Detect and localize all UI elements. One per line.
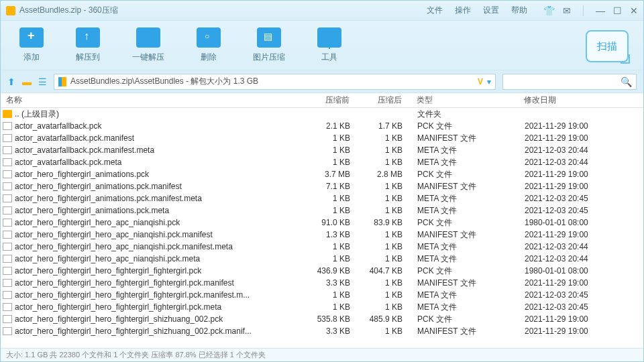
file-type: META 文件 [411,157,518,168]
toolbar-tools[interactable]: 工具 [317,27,341,63]
file-row[interactable]: actor_hero_fightergirl_hero_fightergirl_… [1,325,643,337]
file-type: META 文件 [411,253,518,265]
file-icon [3,182,12,190]
menu-file[interactable]: 文件 [427,5,443,16]
file-icon [3,291,12,299]
col-pre[interactable]: 压缩前 [304,95,358,106]
menu-operate[interactable]: 操作 [455,5,471,16]
file-icon [3,158,12,166]
file-icon [3,279,12,287]
toolbar-onekey-extract[interactable]: 一键解压 [132,27,164,63]
size-post: 1 KB [358,326,411,336]
app-icon [6,6,15,15]
file-row[interactable]: actor_hero_fightergirl_hero_apc_nianqish… [1,217,643,229]
nav-list-icon[interactable]: ☰ [38,76,47,87]
size-post: 1 KB [358,254,411,263]
file-row[interactable]: actor_hero_fightergirl_hero_apc_nianqish… [1,253,643,265]
size-pre: 1 KB [305,242,358,251]
col-post[interactable]: 压缩后 [358,95,410,106]
file-date: 2021-12-03 20:45 [518,302,625,312]
nav-collapse-icon[interactable]: ▬ [22,76,32,87]
toolbar-add[interactable]: 添加 [19,27,44,63]
search-icon[interactable]: 🔍 [621,76,632,87]
toolbar-image-compress[interactable]: 图片压缩 [253,27,285,63]
col-date[interactable]: 修改日期 [517,95,625,106]
status-bar: 大小: 1.1 GB 共 22380 个文件和 1 个文件夹 压缩率 87.8%… [1,348,643,361]
file-rows: .. (上级目录)文件夹actor_avatarfallback.pck2.1 … [1,108,643,348]
scan-button[interactable]: 扫描 [586,30,629,62]
onekey-icon [136,27,160,48]
file-type: META 文件 [411,205,518,217]
file-row[interactable]: actor_avatarfallback.pck2.1 KB1.7 KBPCK … [1,120,643,132]
file-name: actor_avatarfallback.pck [15,121,305,131]
file-icon [3,231,12,239]
file-row[interactable]: actor_hero_fightergirl_hero_apc_nianqish… [1,241,643,253]
file-type: META 文件 [411,290,518,301]
file-icon [3,194,12,202]
toolbar-delete[interactable]: 删除 [197,27,221,63]
menu-settings[interactable]: 设置 [483,5,499,16]
file-type: META 文件 [411,193,518,204]
size-pre: 1 KB [305,133,358,143]
size-post: 1 KB [358,278,411,288]
nav-up-icon[interactable]: ⬆ [7,76,15,87]
file-row[interactable]: actor_hero_fightergirl_animations.pck3.7… [1,168,643,180]
path-input[interactable]: AssetBundles.zip\AssetBundles - 解包大小为 1.… [54,74,496,90]
col-name[interactable]: 名称 [1,95,304,106]
file-row[interactable]: actor_avatarfallback.pck.manifest.meta1 … [1,144,643,156]
size-post: 83.9 KB [358,218,411,227]
file-row[interactable]: actor_hero_fightergirl_hero_fightergirl_… [1,301,643,313]
menu-bar: 文件 操作 设置 帮助 [427,5,527,16]
file-name: actor_hero_fightergirl_hero_fightergirl_… [15,290,305,300]
file-row[interactable]: actor_hero_fightergirl_animations.pck.ma… [1,180,643,192]
window-controls: 👕 ✉ — ☐ ✕ [543,5,638,16]
file-date: 2021-12-03 20:45 [518,206,625,215]
size-pre: 535.8 KB [305,314,358,324]
file-date: 2021-11-29 19:00 [518,278,625,288]
size-pre: 1 KB [305,290,358,300]
file-name: actor_hero_fightergirl_hero_fightergirl_… [15,266,305,276]
file-type: META 文件 [411,302,518,313]
file-date: 2021-11-29 19:00 [518,326,625,336]
parent-dir-row[interactable]: .. (上级目录)文件夹 [1,108,643,120]
file-date: 2021-11-29 19:00 [518,230,625,239]
file-name: actor_hero_fightergirl_hero_fightergirl_… [15,278,305,288]
file-name: actor_hero_fightergirl_hero_fightergirl_… [15,302,305,312]
file-row[interactable]: actor_avatarfallback.pck.manifest1 KB1 K… [1,132,643,144]
file-row[interactable]: actor_hero_fightergirl_hero_fightergirl_… [1,265,643,277]
path-dropdown-icon[interactable]: ▾ [487,77,491,86]
file-row[interactable]: actor_hero_fightergirl_hero_fightergirl_… [1,289,643,301]
file-row[interactable]: actor_avatarfallback.pck.meta1 KB1 KBMET… [1,156,643,168]
file-date: 1980-01-01 08:00 [518,218,625,227]
file-type: 文件夹 [411,109,518,120]
file-name: actor_avatarfallback.pck.manifest.meta [15,145,305,155]
search-box[interactable]: 🔍 [502,74,637,90]
size-pre: 1.3 KB [305,230,358,239]
file-icon [3,303,12,311]
skin-icon[interactable]: 👕 [543,5,555,16]
column-headers: 名称 压缩前 压缩后 类型 修改日期 [1,93,643,108]
minimize-button[interactable]: — [596,5,605,16]
size-pre: 2.1 KB [305,121,358,131]
path-v-icon[interactable]: V [478,77,483,86]
file-row[interactable]: actor_hero_fightergirl_hero_apc_nianqish… [1,229,643,241]
size-post: 1 KB [358,230,411,239]
col-type[interactable]: 类型 [410,95,517,106]
status-text: 大小: 1.1 GB 共 22380 个文件和 1 个文件夹 压缩率 87.8%… [6,350,266,360]
close-button[interactable]: ✕ [630,5,638,16]
feedback-icon[interactable]: ✉ [563,5,571,16]
file-row[interactable]: actor_hero_fightergirl_animations.pck.ma… [1,192,643,204]
size-pre: 3.3 KB [305,278,358,288]
maximize-button[interactable]: ☐ [613,5,622,16]
file-type: META 文件 [411,241,518,253]
file-row[interactable]: actor_hero_fightergirl_hero_fightergirl_… [1,277,643,289]
path-text: AssetBundles.zip\AssetBundles - 解包大小为 1.… [70,76,258,87]
toolbar-extract-to[interactable]: 解压到 [76,27,100,63]
file-row[interactable]: actor_hero_fightergirl_hero_fightergirl_… [1,313,643,325]
menu-help[interactable]: 帮助 [511,5,527,16]
size-post: 1 KB [358,182,411,191]
file-type: MANIFEST 文件 [411,326,518,337]
size-post: 404.7 KB [358,266,411,276]
file-row[interactable]: actor_hero_fightergirl_animations.pck.me… [1,204,643,217]
file-date: 2021-12-03 20:44 [518,158,625,167]
